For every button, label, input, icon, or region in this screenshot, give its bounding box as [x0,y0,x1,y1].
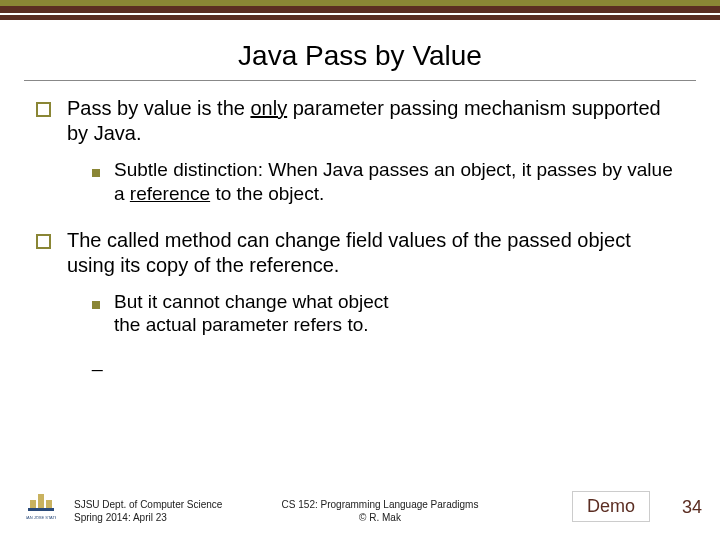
bullet-2-sub: But it cannot change what object the act… [92,290,684,338]
bullet-1: Pass by value is the only parameter pass… [36,96,684,146]
bullet-1-text: Pass by value is the only parameter pass… [67,96,684,146]
bullet-2-sub-line2: the actual parameter refers to. [114,314,369,335]
bullet-2-dash: _ [92,349,684,373]
bullet-1-sub-underlined: reference [130,183,210,204]
slide-content: Pass by value is the only parameter pass… [36,96,684,373]
slide-title: Java Pass by Value [0,40,720,72]
bullet-2-sub-line1: But it cannot change what object [114,291,389,312]
slide-footer: SAN JOSE STATE SJSU Dept. of Computer Sc… [0,480,720,526]
bullet-1-sub-post: to the object. [210,183,324,204]
top-accent-bar [0,0,720,20]
bullet-marker-solid [92,301,100,309]
bullet-2: The called method can change field value… [36,228,684,278]
bullet-2-text: The called method can change field value… [67,228,684,278]
bullet-marker-outline [36,102,51,117]
page-number: 34 [682,497,702,518]
bullet-marker-solid [92,169,100,177]
bullet-1-sub-text: Subtle distinction: When Java passes an … [114,158,684,206]
demo-label: Demo [572,491,650,522]
bullet-1-sub: Subtle distinction: When Java passes an … [92,158,684,206]
bullet-marker-outline [36,234,51,249]
footer-course-line2: © R. Mak [359,512,401,523]
accent-maroon-thin [0,15,720,20]
bullet-1-pre: Pass by value is the [67,97,250,119]
title-underline [24,80,696,81]
bullet-1-underlined: only [250,97,287,119]
bullet-2-sub-text: But it cannot change what object the act… [114,290,389,338]
accent-maroon [0,6,720,13]
footer-course-line1: CS 152: Programming Language Paradigms [282,499,479,510]
